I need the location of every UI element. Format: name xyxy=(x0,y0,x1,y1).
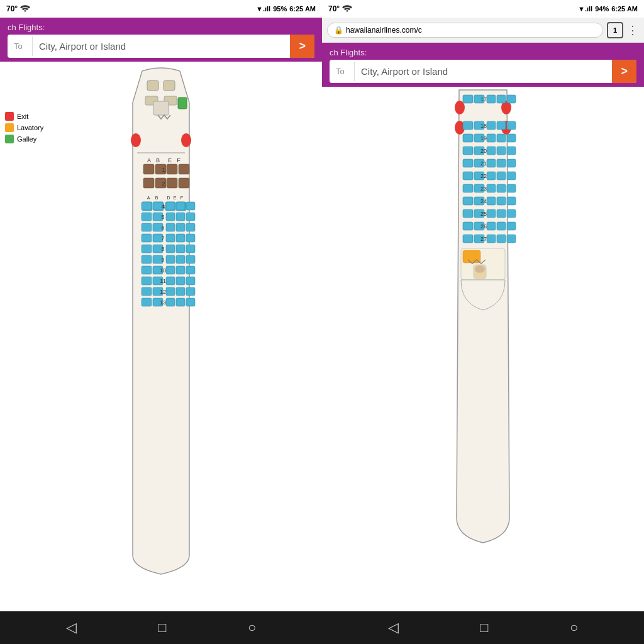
svg-rect-43 xyxy=(176,213,185,221)
right-status-bar: 70° ▼.ıll 94% 6:25 AM xyxy=(322,0,644,18)
svg-rect-79 xyxy=(176,277,185,285)
svg-rect-68 xyxy=(186,255,195,264)
right-nav-bar: ◁ □ ○ xyxy=(322,611,644,644)
right-wifi-icon xyxy=(342,4,352,14)
lavatory-label: Lavatory xyxy=(17,124,43,131)
svg-rect-116 xyxy=(463,147,473,155)
svg-rect-44 xyxy=(186,213,195,221)
svg-rect-104 xyxy=(463,121,473,130)
left-search-row[interactable]: To City, Airport or Island > xyxy=(8,35,314,58)
svg-text:19: 19 xyxy=(480,135,487,142)
svg-rect-143 xyxy=(497,197,506,205)
svg-point-6 xyxy=(131,133,141,147)
svg-rect-118 xyxy=(487,147,496,155)
svg-rect-160 xyxy=(487,235,496,243)
svg-point-7 xyxy=(181,133,191,147)
right-seat-map-area: 17 18 19 xyxy=(322,87,644,611)
svg-rect-150 xyxy=(507,209,516,218)
svg-rect-84 xyxy=(166,287,175,296)
left-legend: Exit Lavatory Galley xyxy=(5,112,43,146)
lavatory-color xyxy=(5,123,14,132)
svg-rect-82 xyxy=(142,287,152,296)
home-button[interactable]: □ xyxy=(158,619,166,636)
svg-rect-70 xyxy=(142,266,152,274)
right-search-row[interactable]: To City, Airport or Island > xyxy=(330,60,636,83)
svg-rect-50 xyxy=(186,223,195,231)
svg-text:22: 22 xyxy=(480,173,487,179)
right-home-button[interactable]: □ xyxy=(480,619,488,636)
lavatory-legend: Lavatory xyxy=(5,123,43,132)
right-phone-panel: 70° ▼.ıll 94% 6:25 AM 🔒 hawaiianairlines… xyxy=(322,0,644,644)
svg-text:A: A xyxy=(147,157,151,164)
exit-legend: Exit xyxy=(5,112,43,121)
svg-text:B: B xyxy=(156,157,160,164)
svg-rect-0 xyxy=(147,80,158,91)
svg-text:27: 27 xyxy=(480,236,487,242)
left-nav-bar: ◁ □ ○ xyxy=(0,611,322,644)
svg-rect-108 xyxy=(507,121,516,130)
url-box[interactable]: 🔒 hawaiianairlines.com/c xyxy=(327,23,603,38)
svg-text:4: 4 xyxy=(161,203,164,209)
right-flights-label: ch Flights: xyxy=(330,48,636,57)
svg-rect-55 xyxy=(176,234,185,242)
right-destination-input[interactable]: City, Airport or Island xyxy=(355,61,612,82)
recents-button[interactable]: ○ xyxy=(248,619,256,636)
svg-point-167 xyxy=(475,265,485,273)
svg-rect-66 xyxy=(166,255,175,264)
svg-rect-40 xyxy=(142,213,152,221)
battery-level: 95% xyxy=(273,5,287,13)
svg-rect-52 xyxy=(142,234,152,242)
right-signal-bars: ▼.ıll xyxy=(578,5,592,13)
right-to-label: To xyxy=(330,62,355,81)
svg-rect-67 xyxy=(176,255,185,264)
svg-rect-54 xyxy=(166,234,175,242)
svg-rect-92 xyxy=(186,298,195,306)
wifi-icon xyxy=(20,4,30,14)
svg-rect-106 xyxy=(487,121,496,130)
svg-rect-134 xyxy=(463,184,473,192)
svg-rect-64 xyxy=(142,255,152,264)
left-plane-svg: A B E F 1 2 A B D E xyxy=(98,65,224,580)
svg-rect-61 xyxy=(176,245,185,253)
svg-rect-119 xyxy=(497,147,506,155)
svg-rect-88 xyxy=(142,298,152,306)
svg-rect-161 xyxy=(497,235,506,243)
svg-rect-20 xyxy=(167,178,177,188)
svg-rect-120 xyxy=(507,147,516,155)
svg-text:6: 6 xyxy=(161,225,164,231)
status-left: 70° xyxy=(6,4,30,14)
left-search-button[interactable]: > xyxy=(290,35,314,58)
left-destination-input[interactable]: City, Airport or Island xyxy=(33,36,290,57)
svg-rect-80 xyxy=(186,277,195,285)
svg-rect-76 xyxy=(142,277,152,285)
svg-text:13: 13 xyxy=(160,299,166,306)
browser-menu-button[interactable]: ⋮ xyxy=(627,23,639,37)
back-button[interactable]: ◁ xyxy=(66,619,77,636)
svg-rect-13 xyxy=(143,164,154,174)
svg-text:E: E xyxy=(174,196,177,200)
svg-rect-16 xyxy=(179,164,189,174)
right-recents-button[interactable]: ○ xyxy=(570,619,578,636)
svg-rect-90 xyxy=(166,298,175,306)
right-back-button[interactable]: ◁ xyxy=(388,619,399,636)
tab-count[interactable]: 1 xyxy=(607,22,623,38)
svg-text:F: F xyxy=(180,196,183,200)
svg-rect-1 xyxy=(164,80,175,91)
svg-rect-62 xyxy=(186,245,195,253)
svg-rect-78 xyxy=(166,277,175,285)
svg-rect-114 xyxy=(507,134,516,142)
svg-text:7: 7 xyxy=(161,235,164,242)
svg-rect-140 xyxy=(463,197,473,205)
svg-rect-73 xyxy=(176,266,185,274)
svg-text:11: 11 xyxy=(160,278,166,284)
svg-rect-126 xyxy=(507,159,516,167)
svg-text:F: F xyxy=(177,157,180,164)
svg-rect-86 xyxy=(186,287,195,296)
svg-text:B: B xyxy=(155,196,158,200)
svg-rect-110 xyxy=(463,134,473,142)
right-search-button[interactable]: > xyxy=(612,60,636,83)
svg-text:26: 26 xyxy=(480,223,487,230)
svg-rect-146 xyxy=(463,209,473,218)
svg-text:5: 5 xyxy=(161,214,164,220)
svg-rect-98 xyxy=(487,95,496,103)
